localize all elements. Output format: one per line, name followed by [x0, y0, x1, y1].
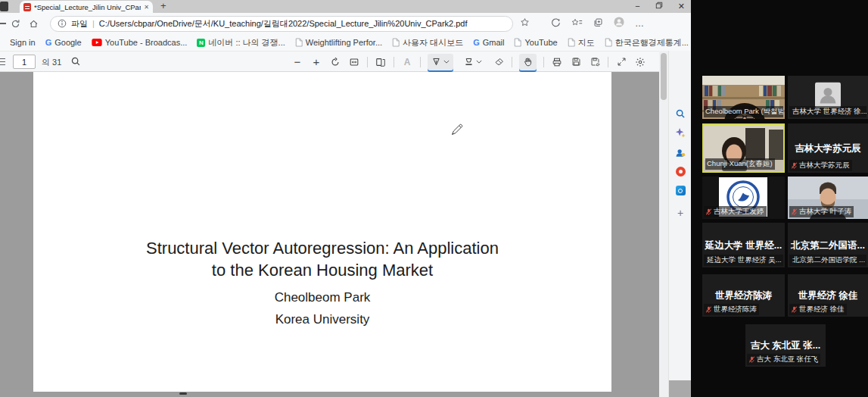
sidebar-add-button[interactable]: +	[669, 207, 692, 219]
bookmark-gmail[interactable]: GGmail	[473, 38, 504, 47]
bookmark-user-dashboard[interactable]: 사용자 대시보드	[392, 37, 463, 48]
participant-name: Cheolbeom Park (박철범)	[705, 107, 783, 117]
restore-button[interactable]	[655, 0, 663, 13]
close-button[interactable]: ✕	[678, 0, 685, 13]
eraser-button[interactable]	[493, 54, 505, 70]
participant-tile-zhang-renfei[interactable]: 吉大 东北亚 张... 吉大 东北亚 张任飞	[745, 324, 826, 367]
page-number-input[interactable]	[13, 55, 36, 69]
page-icon	[605, 38, 612, 47]
slide-title-line1: Structural Vector Autoregression: An App…	[33, 237, 611, 259]
browser-essentials-button[interactable]	[551, 17, 561, 30]
read-aloud-button[interactable]: A	[401, 54, 413, 70]
draw-tool-button[interactable]	[428, 54, 453, 70]
sidebar-copilot-button[interactable]	[669, 127, 692, 138]
pdf-settings-button[interactable]	[634, 54, 646, 70]
participant-tile-wang[interactable]: 吉林大学王发婷	[702, 177, 785, 219]
participant-tile-su-yuanchen[interactable]: 吉林大学苏元辰 吉林大学苏元辰	[788, 123, 868, 173]
hand-tool-button[interactable]	[519, 54, 537, 70]
participant-tile-xu-jia[interactable]: 世界经济 徐佳 世界经济 徐佳	[788, 274, 868, 317]
save-icon	[571, 57, 581, 67]
home-button[interactable]	[24, 19, 42, 29]
zoom-out-button[interactable]: −	[291, 54, 303, 70]
participant-tile-chunji-xuan[interactable]: Chunji Xuan(玄春姬)	[702, 123, 785, 173]
profile-button[interactable]	[614, 17, 624, 30]
search-icon	[70, 56, 81, 67]
browser-essentials-icon	[551, 17, 561, 27]
bookmark-youtube-broadcast[interactable]: YouTube - Broadcas...	[92, 38, 188, 47]
participant-center-name: 世界经济陈涛	[702, 289, 785, 302]
url-text: C:/Users/cbpar/OneDrive/문서/KU_teaching/길…	[99, 18, 468, 30]
participant-label: 世界经济 徐佳	[789, 304, 847, 315]
divider	[512, 57, 512, 67]
sidebar-people-button[interactable]	[669, 148, 692, 158]
print-button[interactable]	[551, 54, 563, 70]
participant-label: 吉林大学王发婷	[704, 206, 767, 217]
zoom-in-button[interactable]: +	[310, 54, 322, 70]
bookmark-label: YouTube	[524, 38, 557, 47]
participant-name: 世界经济 徐佳	[799, 305, 845, 314]
bookmark-bok-statistics[interactable]: 한국은행경제통계...	[605, 37, 689, 48]
settings-more-button[interactable]: …	[635, 18, 645, 29]
search-icon	[675, 108, 686, 119]
naver-icon: N	[197, 39, 205, 47]
bookmark-label: YouTube - Broadcas...	[105, 38, 188, 47]
hand-icon	[523, 57, 533, 67]
active-tab[interactable]: *Special_Lecture_Jilin Univ_CPark ✕	[20, 1, 153, 13]
pdf-search-button[interactable]	[70, 56, 81, 70]
favorites-bar-button[interactable]	[571, 17, 583, 30]
participant-tile-chen-tao[interactable]: 世界经济陈涛 世界经济陈涛	[702, 274, 785, 317]
rotate-button[interactable]	[329, 54, 341, 70]
participant-center-name: 延边大学 世界经...	[702, 239, 785, 252]
pdf-viewer[interactable]: Structural Vector Autoregression: An App…	[0, 72, 659, 397]
tab-close-button[interactable]: ✕	[144, 4, 149, 11]
muted-mic-icon	[705, 208, 712, 215]
sidebar-search-button[interactable]	[669, 108, 692, 119]
people-icon	[675, 148, 686, 158]
participant-tile-xu[interactable]: 吉林大学 世界经济 徐...	[788, 76, 868, 119]
bookmark-sign-in[interactable]: Sign in	[10, 38, 36, 47]
url-field[interactable]: 파일 | C:/Users/cbpar/OneDrive/문서/KU_teach…	[50, 16, 513, 32]
fit-page-button[interactable]	[348, 54, 360, 70]
bookmark-label: Weightlifting Perfor...	[306, 38, 382, 47]
refresh-button[interactable]	[6, 19, 24, 29]
fullscreen-button[interactable]	[615, 54, 627, 70]
bookmark-label: 지도	[578, 37, 595, 48]
pdf-toolbar-center: − + A	[291, 52, 646, 72]
slide-title-line2: to the Korean Housing Market	[33, 259, 611, 281]
participant-name: 北京第二外国语学院 ...	[792, 255, 865, 265]
save-button[interactable]	[570, 54, 582, 70]
participant-label: 吉大 东北亚 张任飞	[747, 354, 820, 365]
new-tab-button[interactable]: +	[160, 0, 166, 11]
muted-mic-icon	[705, 306, 712, 313]
participant-tile-bisu[interactable]: 北京第二外国语... 北京第二外国语学院 ...	[788, 223, 868, 267]
favorites-list-icon	[571, 18, 583, 27]
add-favorite-button[interactable]	[520, 17, 530, 30]
participant-name: 世界经济陈涛	[714, 305, 757, 314]
favorite-star-icon	[520, 17, 530, 27]
participant-tile-yanbian[interactable]: 延边大学 世界经... 延边大学 世界经济 吴...	[702, 223, 785, 267]
participant-center-name: 北京第二外国语...	[788, 239, 868, 252]
bookmark-google[interactable]: GGoogle	[45, 38, 82, 47]
save-as-button[interactable]	[589, 54, 601, 70]
pdf-scrollbar[interactable]	[659, 51, 668, 397]
collections-button[interactable]	[593, 17, 603, 30]
page-view-button[interactable]	[375, 54, 387, 70]
minimize-button[interactable]: −	[635, 0, 639, 13]
edge-sidebar: +	[668, 51, 691, 397]
highlight-tool-button[interactable]	[460, 54, 486, 70]
sidebar-outlook-button[interactable]	[669, 186, 692, 195]
scrollbar-thumb[interactable]	[661, 53, 667, 100]
file-scheme-label: 파일	[71, 18, 88, 30]
bookmark-naver[interactable]: N네이버 :: 나의 경쟁...	[197, 37, 285, 48]
participant-tile-cheolbeom-park[interactable]: Cheolbeom Park (박철범)	[702, 76, 785, 119]
sidebar-office-button[interactable]	[669, 167, 692, 177]
participant-tile-ye-zitao[interactable]: 吉林大学 叶子涛	[788, 177, 868, 219]
info-icon	[58, 19, 67, 28]
bookmark-weightlifting[interactable]: Weightlifting Perfor...	[295, 38, 382, 47]
bookmark-maps[interactable]: 지도	[568, 37, 595, 48]
office-icon	[676, 167, 686, 177]
participant-name: 吉林大学王发婷	[714, 207, 764, 217]
bookmark-youtube[interactable]: YouTube	[514, 38, 557, 47]
back-button-fragment[interactable]	[0, 23, 6, 24]
muted-mic-icon	[748, 356, 755, 363]
